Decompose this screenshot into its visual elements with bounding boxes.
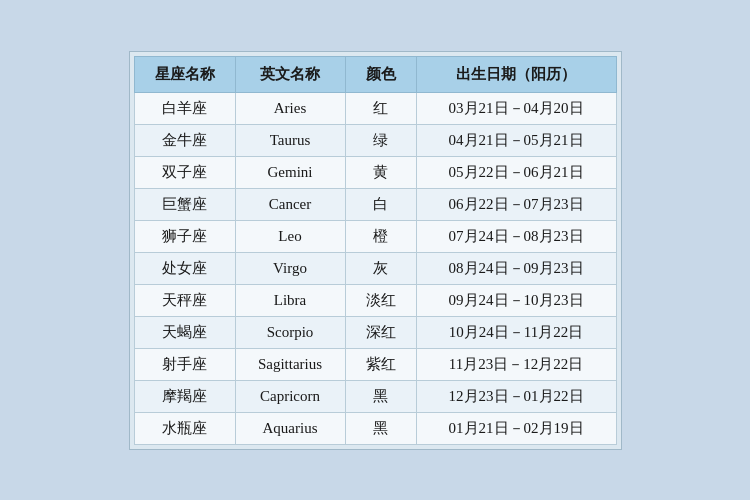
cell-color: 灰 bbox=[345, 252, 416, 284]
cell-color: 红 bbox=[345, 92, 416, 124]
cell-color: 黑 bbox=[345, 412, 416, 444]
cell-color: 紫红 bbox=[345, 348, 416, 380]
table-row: 水瓶座Aquarius黑01月21日－02月19日 bbox=[134, 412, 616, 444]
cell-english: Taurus bbox=[235, 124, 345, 156]
cell-english: Scorpio bbox=[235, 316, 345, 348]
cell-date: 09月24日－10月23日 bbox=[416, 284, 616, 316]
cell-english: Virgo bbox=[235, 252, 345, 284]
table-row: 双子座Gemini黄05月22日－06月21日 bbox=[134, 156, 616, 188]
cell-chinese: 双子座 bbox=[134, 156, 235, 188]
cell-chinese: 天蝎座 bbox=[134, 316, 235, 348]
cell-date: 12月23日－01月22日 bbox=[416, 380, 616, 412]
cell-color: 绿 bbox=[345, 124, 416, 156]
header-color: 颜色 bbox=[345, 56, 416, 92]
cell-date: 04月21日－05月21日 bbox=[416, 124, 616, 156]
header-english: 英文名称 bbox=[235, 56, 345, 92]
cell-english: Cancer bbox=[235, 188, 345, 220]
cell-english: Aries bbox=[235, 92, 345, 124]
cell-color: 深红 bbox=[345, 316, 416, 348]
header-chinese: 星座名称 bbox=[134, 56, 235, 92]
cell-chinese: 巨蟹座 bbox=[134, 188, 235, 220]
cell-chinese: 水瓶座 bbox=[134, 412, 235, 444]
cell-english: Aquarius bbox=[235, 412, 345, 444]
cell-date: 08月24日－09月23日 bbox=[416, 252, 616, 284]
cell-chinese: 摩羯座 bbox=[134, 380, 235, 412]
cell-date: 06月22日－07月23日 bbox=[416, 188, 616, 220]
header-date: 出生日期（阳历） bbox=[416, 56, 616, 92]
cell-color: 黑 bbox=[345, 380, 416, 412]
table-row: 天秤座Libra淡红09月24日－10月23日 bbox=[134, 284, 616, 316]
table-row: 金牛座Taurus绿04月21日－05月21日 bbox=[134, 124, 616, 156]
cell-english: Libra bbox=[235, 284, 345, 316]
cell-color: 橙 bbox=[345, 220, 416, 252]
table-row: 处女座Virgo灰08月24日－09月23日 bbox=[134, 252, 616, 284]
cell-chinese: 金牛座 bbox=[134, 124, 235, 156]
cell-chinese: 处女座 bbox=[134, 252, 235, 284]
cell-english: Sagittarius bbox=[235, 348, 345, 380]
table-row: 天蝎座Scorpio深红10月24日－11月22日 bbox=[134, 316, 616, 348]
cell-date: 03月21日－04月20日 bbox=[416, 92, 616, 124]
cell-date: 11月23日－12月22日 bbox=[416, 348, 616, 380]
cell-chinese: 狮子座 bbox=[134, 220, 235, 252]
cell-english: Gemini bbox=[235, 156, 345, 188]
table-row: 射手座Sagittarius紫红11月23日－12月22日 bbox=[134, 348, 616, 380]
cell-date: 07月24日－08月23日 bbox=[416, 220, 616, 252]
cell-color: 黄 bbox=[345, 156, 416, 188]
table-row: 摩羯座Capricorn黑12月23日－01月22日 bbox=[134, 380, 616, 412]
table-row: 白羊座Aries红03月21日－04月20日 bbox=[134, 92, 616, 124]
cell-color: 白 bbox=[345, 188, 416, 220]
table-row: 狮子座Leo橙07月24日－08月23日 bbox=[134, 220, 616, 252]
cell-color: 淡红 bbox=[345, 284, 416, 316]
cell-date: 01月21日－02月19日 bbox=[416, 412, 616, 444]
cell-chinese: 射手座 bbox=[134, 348, 235, 380]
cell-date: 05月22日－06月21日 bbox=[416, 156, 616, 188]
cell-chinese: 天秤座 bbox=[134, 284, 235, 316]
cell-chinese: 白羊座 bbox=[134, 92, 235, 124]
cell-english: Leo bbox=[235, 220, 345, 252]
table-header-row: 星座名称 英文名称 颜色 出生日期（阳历） bbox=[134, 56, 616, 92]
cell-date: 10月24日－11月22日 bbox=[416, 316, 616, 348]
zodiac-table-container: 星座名称 英文名称 颜色 出生日期（阳历） 白羊座Aries红03月21日－04… bbox=[129, 51, 622, 450]
cell-english: Capricorn bbox=[235, 380, 345, 412]
table-row: 巨蟹座Cancer白06月22日－07月23日 bbox=[134, 188, 616, 220]
zodiac-table: 星座名称 英文名称 颜色 出生日期（阳历） 白羊座Aries红03月21日－04… bbox=[134, 56, 617, 445]
